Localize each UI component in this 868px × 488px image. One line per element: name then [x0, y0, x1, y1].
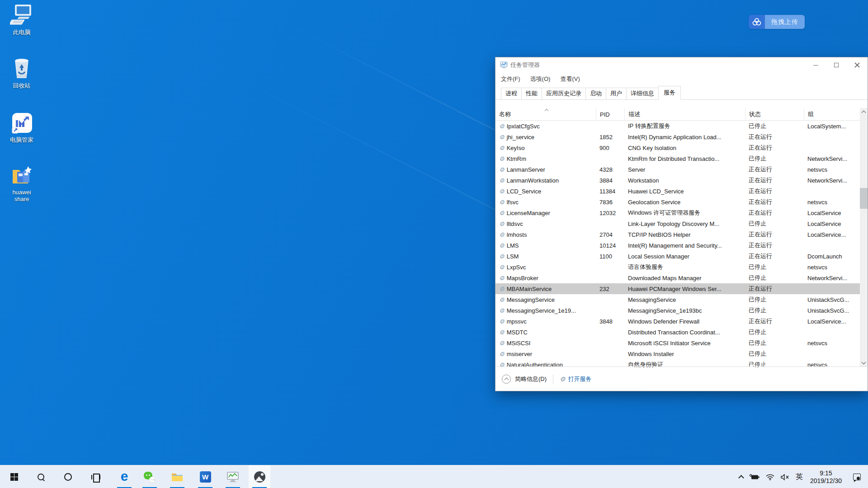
- table-row[interactable]: MapsBroker Downloaded Maps Manager 已停止 N…: [495, 272, 860, 283]
- service-description: Workstation: [624, 177, 745, 184]
- table-row[interactable]: lfsvc 7836 Geolocation Service 正在运行 nets…: [495, 197, 860, 207]
- table-row[interactable]: mpssvc 3848 Windows Defender Firewall 正在…: [495, 316, 860, 327]
- table-row[interactable]: lmhosts 2704 TCP/IP NetBIOS Helper 正在运行 …: [495, 229, 860, 240]
- input-method-indicator[interactable]: 英: [793, 465, 806, 488]
- service-pid: 3848: [596, 318, 624, 325]
- table-row[interactable]: LanmanWorkstation 3884 Workstation 正在运行 …: [495, 175, 860, 186]
- battery-status[interactable]: [746, 465, 763, 488]
- table-row[interactable]: IpxlatCfgSvc IP 转换配置服务 已停止 LocalSystem..…: [495, 121, 860, 131]
- start-button[interactable]: [3, 465, 25, 488]
- vertical-scrollbar[interactable]: [860, 108, 868, 366]
- minimize-button[interactable]: [805, 57, 826, 73]
- window-title: 任务管理器: [510, 61, 540, 69]
- taskbar-app-file-explorer[interactable]: [166, 465, 188, 488]
- menu-item[interactable]: 文件(F): [501, 75, 520, 83]
- tab-用户[interactable]: 用户: [606, 88, 627, 99]
- drag-upload-label: 拖拽上传: [765, 15, 805, 29]
- taskbar-app-word[interactable]: W: [194, 465, 216, 488]
- battery-charging-icon: [750, 474, 760, 480]
- table-row[interactable]: LanmanServer 4328 Server 正在运行 netsvcs: [495, 164, 860, 175]
- service-name: LxpSvc: [507, 264, 526, 271]
- service-group: LocalService...: [804, 231, 855, 238]
- service-status: 正在运行: [745, 209, 804, 217]
- table-row[interactable]: LMS 10124 Intel(R) Management and Securi…: [495, 240, 860, 251]
- tab-进程[interactable]: 进程: [501, 88, 522, 99]
- scroll-down-arrow[interactable]: [860, 359, 868, 366]
- desktop-icon-recycle-bin[interactable]: 回收站: [1, 57, 42, 89]
- table-row[interactable]: LCD_Service 11384 Huawei LCD_Service 正在运…: [495, 186, 860, 197]
- menu-item[interactable]: 查看(V): [560, 75, 580, 83]
- service-status: 正在运行: [745, 176, 804, 184]
- service-description: KtmRm for Distributed Transactio...: [624, 155, 745, 162]
- desktop-icon-label: huawei share: [1, 189, 42, 202]
- table-row[interactable]: LicenseManager 12032 Windows 许可证管理器服务 正在…: [495, 207, 860, 218]
- scroll-up-arrow[interactable]: [860, 108, 868, 116]
- footer-divider: [553, 375, 553, 384]
- tab-启动[interactable]: 启动: [585, 88, 606, 99]
- desktop-icon-pc-manager[interactable]: 电脑管家: [1, 111, 42, 143]
- table-row[interactable]: LSM 1100 Local Session Manager 正在运行 Dcom…: [495, 251, 860, 262]
- service-gear-icon: [499, 253, 505, 259]
- close-button[interactable]: [847, 57, 868, 73]
- netdisk-drag-upload-widget[interactable]: 拖拽上传: [749, 15, 805, 29]
- table-row[interactable]: LxpSvc 语言体验服务 已停止 netsvcs: [495, 262, 860, 272]
- taskbar-app-photos-dark[interactable]: [249, 465, 270, 488]
- window-titlebar[interactable]: 任务管理器: [495, 57, 868, 73]
- scrollbar-thumb[interactable]: [860, 188, 868, 209]
- service-description: Link-Layer Topology Discovery M...: [624, 221, 745, 227]
- desktop-icon-label: 此电脑: [1, 29, 42, 36]
- service-name: LSM: [507, 253, 519, 260]
- table-row[interactable]: KeyIso 900 CNG Key Isolation 正在运行: [495, 142, 860, 153]
- tab-性能[interactable]: 性能: [521, 88, 542, 99]
- menu-item[interactable]: 选项(O): [530, 75, 551, 83]
- table-row[interactable]: MSiSCSI Microsoft iSCSI Initiator Servic…: [495, 338, 860, 348]
- service-status: 已停止: [745, 220, 804, 228]
- service-description: IP 转换配置服务: [624, 122, 745, 130]
- taskbar-app-task-manager[interactable]: [222, 465, 244, 488]
- task-view-button[interactable]: [85, 465, 107, 488]
- service-pid: 3884: [596, 177, 624, 184]
- service-description: Geolocation Service: [624, 199, 745, 206]
- service-status: 正在运行: [745, 144, 804, 152]
- service-description: Windows Installer: [624, 351, 745, 357]
- service-name: LCD_Service: [507, 188, 542, 195]
- column-header-group[interactable]: 组: [804, 108, 860, 121]
- windows-logo-icon: [10, 473, 18, 481]
- column-header-name[interactable]: 名称: [495, 108, 596, 121]
- hidden-icons-button[interactable]: [736, 465, 746, 488]
- open-services-link[interactable]: 打开服务: [568, 375, 592, 383]
- table-row[interactable]: MessagingService_1e19... MessagingServic…: [495, 305, 860, 316]
- desktop-icon-this-pc[interactable]: 此电脑: [1, 4, 42, 36]
- column-header-status[interactable]: 状态: [745, 108, 804, 121]
- taskbar-clock[interactable]: 9:15 2019/12/30: [806, 465, 846, 488]
- service-name: IpxlatCfgSvc: [507, 123, 540, 130]
- table-row[interactable]: lltdsvc Link-Layer Topology Discovery M.…: [495, 218, 860, 229]
- maximize-button[interactable]: [826, 57, 847, 73]
- service-gear-icon: [499, 351, 505, 357]
- network-status[interactable]: [763, 465, 778, 488]
- services-list: IpxlatCfgSvc IP 转换配置服务 已停止 LocalSystem..…: [495, 121, 860, 367]
- table-row[interactable]: jhi_service 1852 Intel(R) Dynamic Applic…: [495, 131, 860, 142]
- system-tray: 英 9:15 2019/12/30: [736, 465, 868, 488]
- table-row[interactable]: KtmRm KtmRm for Distributed Transactio..…: [495, 153, 860, 164]
- action-center-button[interactable]: [846, 465, 868, 488]
- table-row[interactable]: MBAMainService 232 Huawei PCManager Wind…: [495, 283, 860, 294]
- column-header-pid[interactable]: PID: [596, 108, 624, 121]
- table-row[interactable]: msiserver Windows Installer 已停止: [495, 348, 860, 359]
- tab-应用历史记录[interactable]: 应用历史记录: [542, 88, 586, 99]
- fewer-details-toggle[interactable]: 简略信息(D): [515, 375, 547, 383]
- service-gear-icon: [499, 134, 505, 140]
- taskbar-app-edge[interactable]: e: [113, 465, 135, 488]
- tab-详细信息[interactable]: 详细信息: [626, 88, 659, 99]
- table-row[interactable]: MSDTC Distributed Transaction Coordinat.…: [495, 327, 860, 338]
- table-row[interactable]: MessagingService MessagingService 已停止 Un…: [495, 294, 860, 305]
- service-status: 正在运行: [745, 133, 804, 141]
- taskbar-app-wechat[interactable]: [139, 465, 160, 488]
- volume-status[interactable]: [778, 465, 793, 488]
- cortana-button[interactable]: [57, 465, 79, 488]
- desktop-icon-huawei-share[interactable]: huawei share: [1, 164, 42, 202]
- search-button[interactable]: [30, 465, 52, 488]
- tab-服务[interactable]: 服务: [658, 86, 681, 100]
- service-group: NetworkServi...: [804, 155, 855, 162]
- column-header-desc[interactable]: 描述: [624, 108, 745, 121]
